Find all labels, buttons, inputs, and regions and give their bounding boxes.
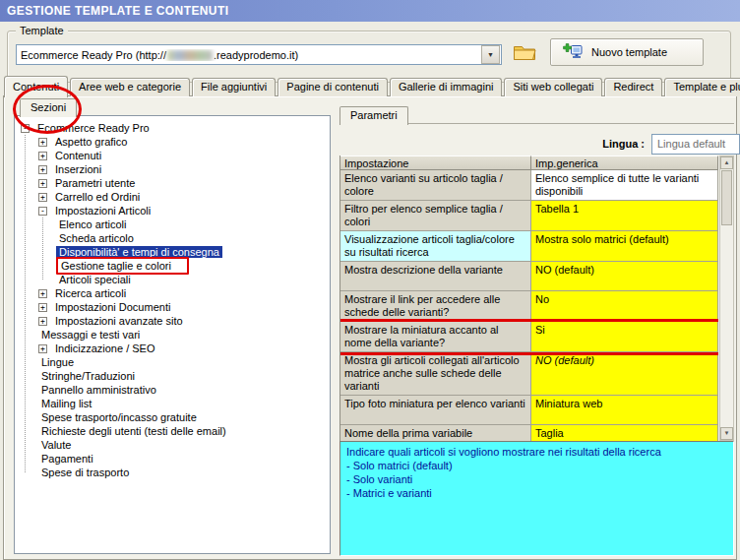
tree-row: +Impostazioni Documenti (15, 300, 330, 314)
setting-cell[interactable]: Mostra gli articoli collegati all'artico… (340, 352, 531, 396)
tree-item-lingue[interactable]: Lingue (38, 356, 77, 368)
tree-item-impostazioni-articoli[interactable]: Impostazioni Articoli (52, 205, 154, 217)
expand-plus-icon[interactable]: + (38, 303, 47, 312)
setting-cell[interactable]: Visualizzazione articoli taglia/colore s… (340, 231, 531, 262)
tree-row: +Impostazioni avanzate sito (15, 314, 330, 328)
tree-item-spese-di-trasporto[interactable]: Spese di trasporto (38, 467, 132, 478)
expand-plus-icon[interactable]: + (38, 317, 47, 326)
expand-plus-icon[interactable]: + (38, 179, 47, 188)
value-cell[interactable]: Tabella 1 (531, 201, 718, 231)
open-template-folder-button[interactable] (510, 41, 539, 66)
tab-redirect[interactable]: Redirect (604, 78, 662, 96)
tree-item-stringhe-traduzioni[interactable]: Stringhe/Traduzioni (38, 370, 138, 382)
language-select[interactable]: Lingua default (651, 134, 740, 155)
expand-plus-icon[interactable]: + (38, 138, 47, 147)
expand-plus-icon[interactable]: + (38, 165, 47, 174)
scroll-up-icon[interactable]: ▲ (720, 156, 733, 169)
tree-row: Messaggi e testi vari (15, 328, 330, 342)
setting-cell[interactable]: Mostrare la miniatura accanto al nome de… (340, 322, 531, 352)
tab-gallerie-di-immagini[interactable]: Gallerie di immagini (390, 78, 503, 96)
redacted-url-segment (167, 50, 213, 61)
tree-item-aspetto-grafico[interactable]: Aspetto grafico (52, 136, 130, 148)
tree-item-messaggi-e-testi-vari[interactable]: Messaggi e testi vari (38, 329, 143, 341)
tree-row: Lingue (15, 355, 330, 369)
scrollbar-thumb[interactable] (721, 170, 732, 225)
tree-row: Stringhe/Traduzioni (15, 369, 330, 383)
new-template-icon (563, 43, 583, 61)
info-line: - Matrici e varianti (346, 486, 727, 500)
window-title: GESTIONE TEMPLATE E CONTENUTI (7, 4, 228, 18)
setting-cell[interactable]: Elenco varianti su articolo taglia / col… (340, 170, 531, 201)
tab-sezioni[interactable]: Sezioni (20, 98, 77, 117)
tree-item-gestione-taglie-e-colori[interactable]: Gestione taglie e colori (56, 257, 189, 275)
tab-parametri[interactable]: Parametri (339, 106, 408, 125)
tab-file-aggiuntivi[interactable]: File aggiuntivi (192, 78, 276, 96)
parameter-row: Nome della prima variabileTaglia (340, 425, 718, 441)
value-cell[interactable]: Mostra solo matrici (default) (531, 231, 718, 262)
tab-siti-web-collegati[interactable]: Siti web collegati (504, 78, 602, 96)
tree-item-valute[interactable]: Valute (38, 439, 74, 451)
tree-row: Richieste degli utenti (testi delle emai… (15, 424, 330, 438)
tree-item-contenuti[interactable]: Contenuti (52, 150, 104, 161)
tree-item-scheda-articolo[interactable]: Scheda articolo (56, 232, 137, 244)
value-cell[interactable]: No (531, 291, 718, 322)
parameter-row: Mostrare la miniatura accanto al nome de… (340, 322, 718, 352)
parameter-row: Filtro per elenco semplice taglia / colo… (340, 201, 718, 231)
setting-cell[interactable]: Tipo foto miniatura per elenco varianti (340, 396, 531, 425)
tab-aree-web-e-categorie[interactable]: Aree web e categorie (70, 78, 190, 96)
tree-item-spese-trasporto-incasso-gratuite[interactable]: Spese trasporto/incasso gratuite (38, 411, 200, 423)
tab-pagine-di-contenuti[interactable]: Pagine di contenuti (278, 78, 388, 96)
tree-item-ricerca-articoli[interactable]: Ricerca articoli (52, 287, 129, 299)
expand-plus-icon[interactable]: + (38, 289, 47, 298)
tree-row: Elenco articoli (15, 218, 330, 231)
parameter-row: Mostra descrizione della varianteNO (def… (340, 262, 718, 291)
tree-item-mailing-list[interactable]: Mailing list (38, 398, 94, 409)
tree-item-ecommerce-ready-pro[interactable]: Ecommerce Ready Pro (34, 122, 153, 134)
value-cell[interactable]: NO (default) (531, 352, 718, 396)
info-line: - Solo varianti (346, 472, 727, 486)
expand-plus-icon[interactable]: + (38, 344, 47, 353)
parameter-row: Tipo foto miniatura per elenco variantiM… (340, 396, 718, 425)
value-cell[interactable]: Miniatura web (531, 396, 718, 425)
setting-cell[interactable]: Filtro per elenco semplice taglia / colo… (340, 201, 531, 231)
template-select[interactable]: Ecommerce Ready Pro (http://.readyprodem… (16, 44, 502, 65)
tree-item-elenco-articoli[interactable]: Elenco articoli (56, 218, 129, 230)
value-cell[interactable]: Si (531, 322, 718, 352)
chevron-down-icon[interactable]: ▼ (481, 45, 500, 64)
tree-row: Mailing list (15, 397, 330, 410)
tree-item-indicizzazione-seo[interactable]: Indicizzazione / SEO (52, 342, 158, 354)
sections-tree-panel: -Ecommerce Ready Pro+Aspetto grafico+Con… (14, 115, 331, 554)
tree-item-impostazioni-avanzate-sito[interactable]: Impostazioni avanzate sito (52, 315, 186, 327)
tree-row: +Parametri utente (15, 176, 330, 190)
setting-cell[interactable]: Mostra descrizione della variante (340, 262, 531, 291)
setting-cell[interactable]: Mostrare il link per accedere alle sched… (340, 291, 531, 322)
collapse-minus-icon[interactable]: - (38, 207, 47, 216)
tree-item-richieste-degli-utenti-testi-delle-email[interactable]: Richieste degli utenti (testi delle emai… (38, 425, 229, 437)
tree-item-articoli-speciali[interactable]: Articoli speciali (56, 274, 134, 285)
parameter-row: Elenco varianti su articolo taglia / col… (340, 170, 718, 201)
tab-contenuti[interactable]: Contenuti (4, 76, 68, 97)
expand-plus-icon[interactable]: + (38, 152, 47, 160)
value-cell[interactable]: Taglia (531, 425, 718, 441)
main-tabs: ContenutiAree web e categorieFile aggiun… (4, 77, 740, 96)
parameters-table: Impostazione Imp.generica Elenco variant… (339, 156, 718, 441)
value-cell[interactable]: Elenco semplice di tutte le varianti dis… (531, 170, 718, 201)
tree-item-inserzioni[interactable]: Inserzioni (52, 163, 104, 175)
collapse-minus-icon[interactable]: - (21, 124, 30, 133)
tab-template-e-plugins[interactable]: Template e plugins (664, 78, 740, 96)
value-cell[interactable]: NO (default) (531, 262, 718, 291)
setting-cell[interactable]: Nome della prima variabile (340, 425, 531, 441)
tree-row: Articoli speciali (15, 273, 330, 286)
tree-item-impostazioni-documenti[interactable]: Impostazioni Documenti (52, 301, 173, 313)
tree-row: +Contenuti (15, 149, 330, 162)
tree-item-parametri-utente[interactable]: Parametri utente (52, 177, 138, 189)
tree-item-pagamenti[interactable]: Pagamenti (38, 453, 96, 465)
expand-plus-icon[interactable]: + (38, 193, 47, 202)
scroll-down-icon[interactable]: ▼ (720, 427, 733, 440)
template-group-label: Template (16, 25, 68, 36)
tree-row: +Ricerca articoli (15, 286, 330, 300)
table-scrollbar[interactable]: ▲ ▼ (719, 156, 734, 441)
tree-item-pannello-amministrativo[interactable]: Pannello amministrativo (38, 384, 159, 396)
nuovo-template-button[interactable]: Nuovo template (550, 38, 704, 66)
tree-item-carrello-ed-ordini[interactable]: Carrello ed Ordini (52, 191, 143, 203)
